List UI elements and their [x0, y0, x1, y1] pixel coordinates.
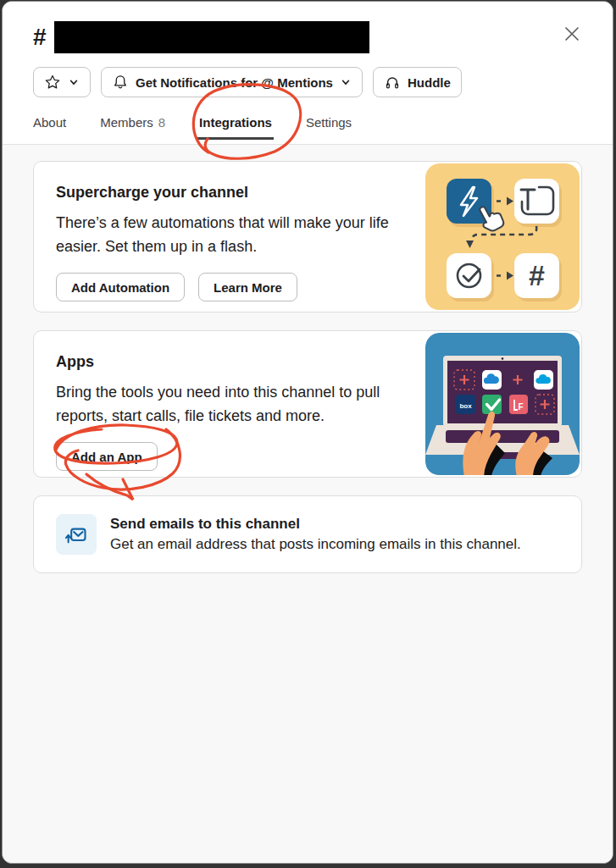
tab-members[interactable]: Members8 — [100, 113, 165, 132]
tab-members-label: Members — [100, 115, 153, 130]
headphones-icon — [384, 74, 401, 91]
notifications-button[interactable]: Get Notifications for @ Mentions — [101, 67, 363, 97]
box-app-tile: box — [459, 402, 472, 410]
supercharge-description: There’s a few automations that will make… — [56, 211, 429, 258]
apps-illustration-svg: box F — [425, 333, 580, 475]
tab-integrations[interactable]: Integrations — [199, 113, 272, 132]
learn-more-button[interactable]: Learn More — [198, 273, 297, 301]
automation-illustration: # — [425, 163, 580, 310]
email-card-description: Get an email address that posts incoming… — [110, 536, 521, 553]
bell-icon — [112, 74, 129, 91]
file-app-icon: F — [518, 402, 523, 412]
tab-settings-label: Settings — [306, 115, 352, 130]
huddle-button-label: Huddle — [408, 75, 451, 90]
hash-icon: # — [529, 259, 545, 291]
tabs-row: About Members8 Integrations Settings — [33, 113, 584, 144]
email-icon-box — [56, 514, 97, 555]
apps-description: Bring the tools you need into this chann… — [56, 380, 429, 428]
dialog-header: # Get Notif — [3, 2, 613, 144]
members-count: 8 — [158, 115, 165, 130]
tab-settings[interactable]: Settings — [306, 113, 352, 132]
automation-illustration-svg: # — [425, 163, 580, 310]
email-card-title: Send emails to this channel — [110, 516, 521, 533]
chevron-down-icon — [68, 76, 80, 88]
tab-about-label: About — [33, 115, 66, 130]
tab-about[interactable]: About — [33, 113, 66, 132]
apps-card: Apps Bring the tools you need into this … — [33, 330, 582, 478]
incoming-email-icon — [64, 522, 88, 546]
close-button[interactable] — [560, 22, 584, 46]
channel-hash-prefix: # — [33, 20, 47, 54]
redacted-channel-name — [54, 21, 369, 53]
tab-integrations-label: Integrations — [199, 115, 272, 130]
header-actions-row: Get Notifications for @ Mentions Huddle — [33, 67, 584, 97]
supercharge-card: Supercharge your channel There’s a few a… — [33, 161, 582, 312]
x-icon — [562, 24, 582, 44]
add-automation-button[interactable]: Add Automation — [56, 273, 185, 301]
chevron-down-icon — [340, 76, 352, 88]
check-tile — [447, 253, 491, 298]
apps-illustration: box F — [425, 333, 580, 475]
integrations-tab-content: Supercharge your channel There’s a few a… — [3, 144, 613, 863]
add-an-app-button[interactable]: Add an App — [56, 442, 158, 471]
email-card[interactable]: Send emails to this channel Get an email… — [33, 495, 582, 573]
channel-details-dialog: # Get Notif — [2, 1, 613, 864]
star-outline-icon — [44, 74, 61, 91]
star-channel-button[interactable] — [33, 67, 91, 97]
title-row: # — [33, 20, 584, 54]
notifications-button-label: Get Notifications for @ Mentions — [136, 75, 333, 90]
huddle-button[interactable]: Huddle — [373, 67, 462, 97]
